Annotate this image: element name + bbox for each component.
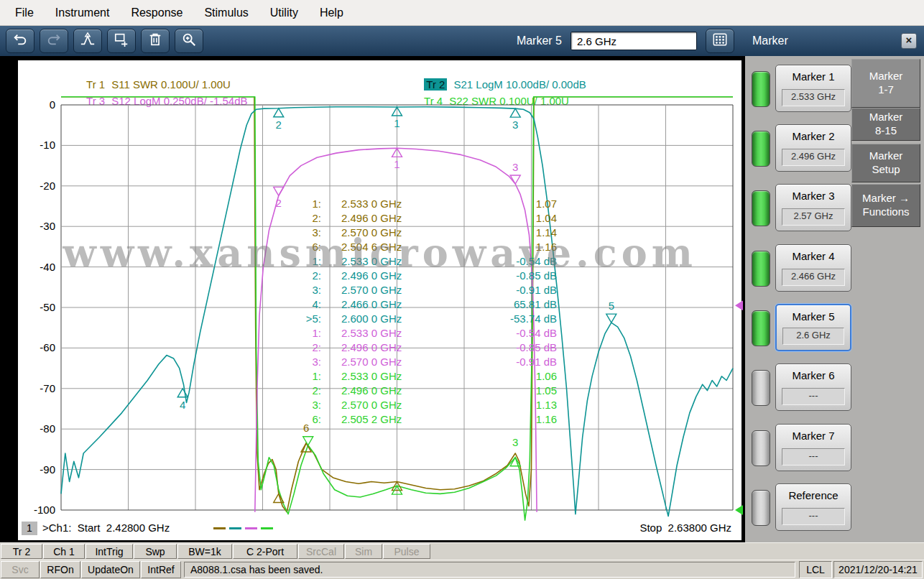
status-tab-swp[interactable]: Swp — [134, 544, 177, 559]
tab-marker-8-15[interactable]: Marker 8-15 — [851, 108, 920, 141]
status-toggle-svc: Svc — [1, 561, 40, 578]
zoom-in-button[interactable] — [175, 29, 203, 53]
analyzer-screen: { "menu": {"items": ["File", "Instrument… — [0, 0, 924, 579]
readout-index: 4: — [277, 297, 321, 312]
marker-glyph-5[interactable] — [606, 314, 616, 323]
status-tab-srccal: SrcCal — [298, 544, 344, 559]
add-marker-icon — [80, 32, 96, 50]
status-tab-tr-2[interactable]: Tr 2 — [1, 544, 42, 559]
menu-item-stimulus[interactable]: Stimulus — [193, 4, 259, 22]
panel-body: Marker 12.533 GHzMarker 22.496 GHzMarker… — [745, 56, 924, 542]
readout-row: 3:2.570 0 GHz-0.91 dB — [277, 283, 557, 297]
readout-value: -0.54 dB — [465, 326, 557, 341]
readout-value: 1.06 — [465, 369, 557, 384]
tab-marker-1-7[interactable]: Marker 1-7 — [851, 59, 920, 108]
status-tab-bw-1k[interactable]: BW=1k — [177, 544, 232, 559]
marker-led-marker-7[interactable] — [752, 430, 770, 466]
marker-frequency-input[interactable] — [570, 32, 697, 50]
keypad-button[interactable] — [706, 29, 734, 53]
readout-row: 1:2.533 0 GHz1.07 — [277, 197, 557, 211]
marker-button-label: Marker 4 — [776, 250, 851, 262]
marker-led-marker-4[interactable] — [752, 251, 770, 287]
y-tick-label: -80 — [24, 422, 55, 435]
toolbar: Marker 5 — [0, 26, 745, 56]
status-tab-c-2-port[interactable]: C 2-Port — [233, 544, 297, 559]
status-tab-inttrig[interactable]: IntTrig — [86, 544, 133, 559]
status-toggle-rfon[interactable]: RFOn — [40, 561, 80, 578]
chart-region: Tr 1S11 SWR 0.100U/ 1.00U Tr 2S21 LogM 1… — [0, 56, 745, 542]
marker-button-marker-6[interactable]: Marker 6--- — [775, 363, 851, 411]
readout-frequency: 2.505 2 GHz — [321, 412, 465, 427]
marker-glyph-4[interactable] — [177, 389, 188, 397]
tab-marker-functions[interactable]: Marker → Functions — [851, 184, 920, 227]
marker-button-marker-1[interactable]: Marker 12.533 GHz — [775, 65, 851, 112]
marker-button-marker-4[interactable]: Marker 42.466 GHz — [775, 244, 851, 292]
menu-item-utility[interactable]: Utility — [259, 4, 309, 22]
active-marker-label: Marker 5 — [517, 34, 562, 47]
marker-led-marker-6[interactable] — [752, 370, 770, 406]
readout-row: 2:2.496 0 GHz1.04 — [277, 211, 557, 226]
marker-readout-table: 1:2.533 0 GHz1.072:2.496 0 GHz1.043:2.57… — [277, 197, 557, 427]
readout-row: 6:2.505 2 GHz1.16 — [277, 412, 557, 427]
marker-led-marker-1[interactable] — [752, 71, 770, 107]
marker-glyph-3[interactable] — [510, 108, 520, 117]
marker-glyph-6[interactable] — [303, 437, 313, 445]
channel-indicator[interactable]: 1 — [22, 522, 37, 535]
readout-index: 1: — [277, 254, 321, 269]
readout-value: -0.85 dB — [465, 269, 557, 283]
readout-row: 2:2.496 0 GHz1.05 — [277, 384, 557, 398]
zoom-in-icon — [181, 32, 197, 50]
trace-key-teal — [229, 527, 241, 529]
marker-button-marker-3[interactable]: Marker 32.57 GHz — [775, 184, 851, 231]
toolbar-buttons — [6, 29, 208, 53]
readout-frequency: 2.570 0 GHz — [321, 355, 465, 369]
readout-index: 3: — [277, 226, 321, 240]
close-icon[interactable]: × — [901, 33, 917, 49]
readout-frequency: 2.600 0 GHz — [321, 312, 465, 326]
keypad-icon — [712, 32, 728, 50]
readout-value: 1.14 — [465, 226, 557, 240]
marker-button-marker-5[interactable]: Marker 52.6 GHz — [775, 304, 851, 351]
readout-frequency: 2.570 0 GHz — [321, 283, 465, 297]
marker-button-marker-2[interactable]: Marker 22.496 GHz — [775, 124, 851, 172]
marker-button-reference[interactable]: Reference--- — [775, 483, 851, 531]
status-toggle-updateon[interactable]: UpdateOn — [81, 561, 140, 578]
marker-button-marker-7[interactable]: Marker 7--- — [775, 424, 851, 471]
menu-item-file[interactable]: File — [4, 4, 45, 22]
menu-item-help[interactable]: Help — [309, 4, 354, 22]
readout-frequency: 2.570 0 GHz — [321, 398, 465, 412]
marker-led-marker-2[interactable] — [752, 131, 770, 167]
readout-row: 1:2.533 0 GHz1.06 — [277, 369, 557, 384]
delete-button[interactable] — [141, 29, 170, 53]
add-marker-button[interactable] — [73, 29, 102, 53]
readout-value: -0.91 dB — [465, 355, 557, 369]
readout-frequency: 2.533 0 GHz — [321, 197, 465, 211]
marker-glyph-2[interactable] — [274, 108, 284, 117]
readout-row: 1:2.533 0 GHz-0.54 dB — [277, 326, 557, 341]
marker-glyph-label-5: 5 — [609, 300, 614, 312]
readout-frequency: 2.533 0 GHz — [321, 254, 465, 269]
status-tab-ch-1[interactable]: Ch 1 — [43, 544, 85, 559]
readout-frequency: 2.533 0 GHz — [321, 369, 465, 384]
tab-marker-setup[interactable]: Marker Setup — [851, 144, 920, 182]
marker-led-reference[interactable] — [752, 490, 770, 526]
readout-index: >5: — [277, 312, 321, 326]
marker-led-marker-3[interactable] — [752, 190, 770, 226]
status-toggle-intref[interactable]: IntRef — [141, 561, 181, 578]
readout-index: 3: — [277, 283, 321, 297]
capture-button[interactable] — [107, 29, 136, 53]
mode-indicator[interactable]: LCL — [799, 561, 832, 578]
marker-button-value: --- — [782, 448, 845, 465]
menu-item-instrument[interactable]: Instrument — [45, 4, 121, 22]
readout-frequency: 2.496 0 GHz — [321, 211, 465, 226]
readout-index: 1: — [277, 197, 321, 211]
marker-button-label: Marker 1 — [776, 70, 851, 83]
marker-led-marker-5[interactable] — [752, 310, 770, 346]
readout-value: -0.85 dB — [465, 341, 557, 355]
readout-value: -53.74 dB — [465, 312, 557, 326]
marker-glyph-label-4: 4 — [180, 399, 185, 411]
menu-item-response[interactable]: Response — [120, 4, 193, 22]
undo-button[interactable] — [6, 29, 34, 53]
marker-button-value: 2.533 GHz — [782, 89, 845, 106]
marker-glyph-label-3: 3 — [512, 119, 518, 131]
